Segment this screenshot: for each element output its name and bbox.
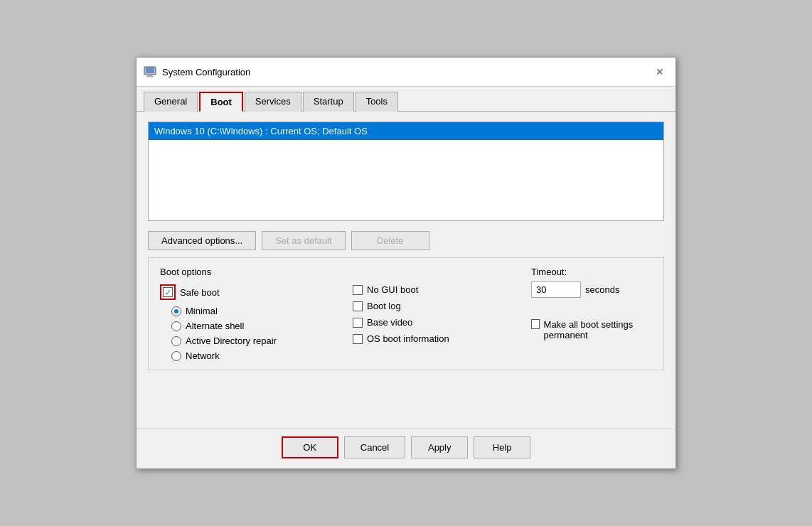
tab-startup[interactable]: Startup (303, 92, 354, 112)
radio-active-directory[interactable]: Active Directory repair (171, 336, 331, 346)
radio-network-label: Network (186, 350, 220, 361)
seconds-label: seconds (585, 284, 619, 295)
permanent-label: Make all boot settings permanent (544, 319, 652, 340)
radio-network[interactable]: Network (171, 350, 331, 361)
title-left: System Configuration (144, 65, 250, 78)
radio-active-directory-label: Active Directory repair (186, 336, 277, 346)
permanent-row[interactable]: Make all boot settings permanent (531, 319, 652, 340)
right-options: Timeout: seconds Make all boot settings … (524, 267, 652, 361)
permanent-checkbox[interactable] (531, 319, 540, 329)
safe-boot-label: Safe boot (180, 287, 220, 298)
os-boot-info-checkbox[interactable] (353, 334, 363, 344)
boot-options-area: Boot options Safe boot Minimal Alternate… (148, 257, 664, 370)
timeout-label: Timeout: (531, 267, 652, 277)
radio-active-directory-input[interactable] (171, 336, 181, 346)
no-gui-boot-label: No GUI boot (367, 284, 418, 295)
timeout-row: seconds (531, 281, 652, 298)
no-gui-boot-row[interactable]: No GUI boot (353, 284, 524, 295)
timeout-input[interactable] (531, 281, 581, 298)
system-configuration-window: System Configuration ✕ General Boot Serv… (136, 57, 676, 469)
action-buttons-row: Advanced options... Set as default Delet… (148, 231, 664, 250)
ok-button[interactable]: OK (282, 436, 338, 458)
computer-icon (144, 65, 156, 78)
base-video-checkbox[interactable] (353, 318, 363, 328)
window-title: System Configuration (162, 67, 250, 77)
boot-list-item[interactable]: Windows 10 (C:\Windows) : Current OS; De… (149, 122, 663, 140)
apply-button[interactable]: Apply (411, 436, 468, 458)
boot-log-label: Boot log (367, 301, 401, 311)
safe-boot-checkbox[interactable] (163, 287, 173, 297)
set-default-button[interactable]: Set as default (262, 231, 346, 250)
boot-log-checkbox[interactable] (353, 301, 363, 311)
base-video-row[interactable]: Base video (353, 317, 524, 328)
radio-minimal-input[interactable] (171, 306, 181, 316)
tab-content: Windows 10 (C:\Windows) : Current OS; De… (137, 112, 675, 429)
os-boot-info-row[interactable]: OS boot information (353, 333, 524, 344)
advanced-options-button[interactable]: Advanced options... (148, 231, 256, 250)
boot-list[interactable]: Windows 10 (C:\Windows) : Current OS; De… (148, 122, 664, 221)
radio-alternate-shell-label: Alternate shell (186, 321, 244, 331)
help-button[interactable]: Help (474, 436, 530, 458)
os-boot-info-label: OS boot information (367, 333, 449, 344)
base-video-label: Base video (367, 317, 412, 328)
radio-minimal[interactable]: Minimal (171, 306, 331, 316)
cancel-button[interactable]: Cancel (344, 436, 405, 458)
tab-general[interactable]: General (144, 92, 198, 112)
radio-alternate-shell[interactable]: Alternate shell (171, 321, 331, 331)
tab-services[interactable]: Services (245, 92, 301, 112)
middle-options: _ No GUI boot Boot log Base video OS boo… (331, 267, 524, 361)
radio-network-input[interactable] (171, 351, 181, 361)
safe-boot-checkbox-wrapper (160, 284, 176, 300)
tab-bar: General Boot Services Startup Tools (137, 87, 675, 112)
radio-minimal-label: Minimal (186, 306, 218, 316)
svg-rect-3 (146, 76, 154, 77)
bottom-buttons: OK Cancel Apply Help (137, 429, 675, 468)
title-bar: System Configuration ✕ (137, 58, 675, 87)
tab-tools[interactable]: Tools (356, 92, 398, 112)
boot-log-row[interactable]: Boot log (353, 301, 524, 311)
left-options: Boot options Safe boot Minimal Alternate… (160, 267, 331, 361)
safe-boot-row: Safe boot (160, 284, 331, 300)
timeout-section: Timeout: seconds (531, 267, 652, 298)
delete-button[interactable]: Delete (351, 231, 429, 250)
radio-alternate-shell-input[interactable] (171, 321, 181, 331)
boot-options-title: Boot options (160, 267, 331, 277)
close-button[interactable]: ✕ (651, 63, 668, 80)
svg-rect-2 (148, 75, 152, 76)
no-gui-boot-checkbox[interactable] (353, 285, 363, 295)
tab-boot[interactable]: Boot (199, 92, 243, 112)
radio-group: Minimal Alternate shell Active Directory… (160, 306, 331, 361)
svg-rect-1 (146, 68, 154, 73)
